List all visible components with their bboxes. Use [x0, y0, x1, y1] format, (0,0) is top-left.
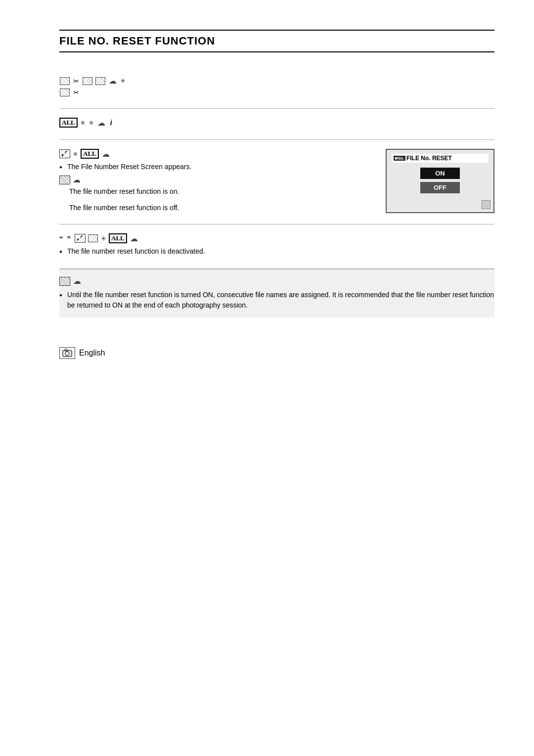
mode-icon-person1: ✂ — [73, 78, 79, 85]
screen-btn-off: OFF — [420, 182, 460, 193]
note-icons-row: ☁ — [59, 276, 494, 286]
icon-all-2: ALL — [81, 149, 99, 159]
mode-icon-4 — [60, 89, 70, 96]
screen-corner-icon — [482, 200, 490, 209]
mode-icon-star1: ✳ — [120, 77, 126, 85]
icon-star-3: ✳ — [101, 235, 106, 242]
mode-icon-3 — [95, 77, 105, 85]
icon-all-3: ALL — [109, 233, 127, 243]
sub-icon-pattern — [59, 176, 70, 184]
bullet-note-1: Until the file number reset function is … — [59, 290, 494, 311]
wrench-icons-row: ✳ ALL ☁ — [59, 149, 366, 159]
wrench-box-2 — [75, 234, 86, 243]
section-all-icons: ALL ✳ ✳ ☁ i — [59, 109, 494, 140]
icon-info: i — [110, 119, 112, 127]
wrench-box — [59, 149, 70, 158]
mode-icon-person2: ✂ — [73, 89, 79, 96]
note-bullets: Until the file number reset function is … — [59, 290, 494, 311]
svg-point-2 — [65, 352, 69, 356]
mode-icons-row2: ✂ — [59, 89, 494, 96]
no-badge: ■No. — [394, 156, 405, 161]
bullet-deactivated: The file number reset function is deacti… — [59, 246, 494, 257]
left-column: ✳ ALL ☁ The File Number Reset Screen app… — [59, 149, 366, 215]
screen-title-row: ■No. FILE No. RESET — [392, 154, 489, 163]
page-container: FILE NO. RESET FUNCTION ✂ ☁ ✳ ✂ ALL ✳ ✳ … — [59, 30, 494, 359]
footer-icon-box — [59, 347, 75, 359]
section-deactivated: “ ” ✳ ALL ☁ The file number reset functi… — [59, 224, 494, 269]
sub-icon-cloud: ☁ — [73, 175, 81, 184]
screen-btn-on: ON — [420, 168, 460, 179]
mode-icons-row1: ✂ ☁ ✳ — [59, 76, 494, 86]
mode-icon-1 — [60, 77, 70, 85]
icon-cloud-1: ☁ — [97, 118, 105, 128]
mode-icon-5 — [88, 234, 98, 242]
two-col-layout: ✳ ALL ☁ The File Number Reset Screen app… — [59, 149, 494, 215]
section4-bullets: The file number reset function is deacti… — [59, 246, 494, 257]
page-title: FILE NO. RESET FUNCTION — [59, 30, 494, 52]
all-icons-row: ALL ✳ ✳ ☁ i — [59, 118, 494, 128]
mode-icon-2 — [83, 77, 92, 85]
footer-camera-icon — [62, 349, 73, 357]
sub-text-off: The file number reset function is off. — [59, 203, 366, 213]
mode-icon-cloud1: ☁ — [109, 76, 117, 86]
bullet-file-reset-screen: The File Number Reset Screen appears. — [59, 162, 366, 172]
deactivated-icons-row: “ ” ✳ ALL ☁ — [59, 233, 494, 243]
icon-star-2: ✳ — [89, 119, 94, 127]
footer: English — [59, 347, 494, 359]
screen-mockup-container: ■No. FILE No. RESET ON OFF — [386, 149, 494, 213]
icon-all-1: ALL — [59, 118, 78, 128]
icon-cloud-3: ☁ — [130, 234, 138, 243]
quote-close: ” — [67, 234, 71, 243]
icon-cloud-2: ☁ — [102, 149, 110, 159]
sub-text-on: The file number reset function is on. — [59, 186, 366, 197]
wrench-icon — [61, 150, 68, 157]
section-note: ☁ Until the file number reset function i… — [59, 269, 494, 317]
note-icon-cloud: ☁ — [73, 276, 81, 286]
footer-text: English — [79, 349, 105, 357]
quote-open: “ — [59, 234, 63, 243]
section-mode-icons: ✂ ☁ ✳ ✂ — [59, 67, 494, 109]
svg-rect-3 — [65, 349, 67, 351]
screen-title-text: FILE No. RESET — [406, 155, 452, 162]
sub-icon-row-on: ☁ — [59, 175, 366, 184]
icon-star-1: ✳ — [80, 119, 86, 127]
note-icon-1 — [59, 277, 70, 286]
icon-star-wrench: ✳ — [73, 150, 78, 158]
section-main: ✳ ALL ☁ The File Number Reset Screen app… — [59, 140, 494, 224]
wrench-icon-2 — [77, 235, 84, 242]
section3-bullets: The File Number Reset Screen appears. — [59, 162, 366, 172]
screen-mockup: ■No. FILE No. RESET ON OFF — [386, 149, 494, 213]
